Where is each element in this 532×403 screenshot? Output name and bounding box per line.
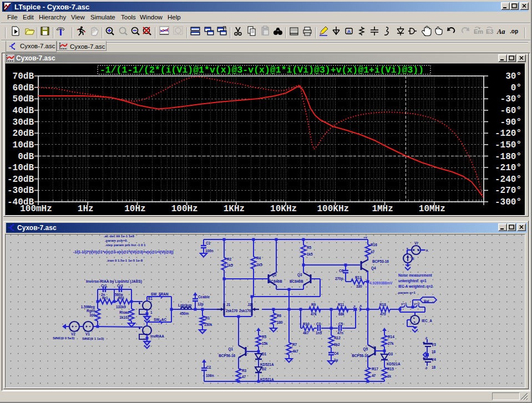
svg-text:18: 18 (432, 365, 436, 369)
svg-text:Ccable: Ccable (198, 295, 210, 299)
svg-text:Rr3: Rr3 (118, 296, 124, 300)
svg-text:Q5: Q5 (363, 347, 368, 351)
svg-text:4k7: 4k7 (292, 349, 298, 353)
svg-text:Aa: Aa (496, 28, 505, 35)
svg-text:.ac dec 99 1e-1 1e8: .ac dec 99 1e-1 1e8 (104, 234, 134, 238)
svg-text:100mHz: 100mHz (20, 204, 52, 214)
svg-text:R6: R6 (277, 314, 282, 318)
svg-text:180: 180 (277, 320, 283, 324)
svg-text:40dB: 40dB (13, 106, 34, 116)
svg-text:Q4: Q4 (371, 266, 376, 271)
svg-text:Em: Em (474, 28, 483, 35)
svg-text:y=1: y=1 (401, 302, 407, 305)
svg-text:KD521A: KD521A (260, 378, 274, 381)
svg-text:-1/(1-1/(2*(i(Vi)@1*v(x)@3-v(x: -1/(1-1/(2*(i(Vi)@1*v(x)@3-v(x)@1*i(Vi)@… (100, 65, 424, 75)
svg-text:SINE(0 0 5e3): SINE(0 0 5e3) (53, 336, 74, 340)
svg-text:unweighted: q=1: unweighted: q=1 (398, 279, 427, 283)
svg-text:J2: J2 (247, 303, 252, 307)
svg-text:R2: R2 (227, 257, 232, 261)
svg-text:100n: 100n (206, 374, 214, 378)
svg-text:1k: 1k (387, 374, 392, 378)
svg-text:1k5: 1k5 (256, 263, 262, 267)
svg-text:InvRIAA: InvRIAA (150, 334, 164, 338)
svg-text:-1/(1-1/(2*(i(Vi)@1*v(x)@3-v(x: -1/(1-1/(2*(i(Vi)@1*v(x)@3-v(x)@1*i(Vi)@… (73, 250, 174, 254)
svg-text:47: 47 (372, 374, 376, 378)
svg-text:20dB: 20dB (13, 129, 34, 139)
svg-text:.step param prb list -1 0 1: .step param prb list -1 0 1 (105, 243, 146, 247)
svg-text:D2: D2 (262, 367, 267, 371)
svg-text:1: 1 (150, 310, 153, 314)
svg-text:-180°: -180° (495, 152, 521, 162)
svg-text:450m: 450m (180, 312, 189, 315)
svg-text:Cr1: Cr1 (101, 284, 107, 288)
svg-text:8k2: 8k2 (334, 343, 340, 346)
svg-text:R13: R13 (355, 276, 362, 279)
svg-text:1MHz: 1MHz (372, 204, 393, 214)
svg-text:A: A (347, 29, 351, 34)
svg-text:-90°: -90° (500, 118, 521, 127)
svg-text:-60°: -60° (500, 106, 521, 116)
svg-text:330: 330 (356, 284, 362, 288)
svg-text:IEC_A: IEC_A (422, 319, 432, 323)
svg-text:-240°: -240° (495, 175, 521, 185)
svg-text:Inverse-RIAA by Lipshitz (JAES: Inverse-RIAA by Lipshitz (JAES) (86, 279, 142, 284)
svg-text:Rgen: Rgen (87, 309, 95, 313)
svg-text:50dB: 50dB (13, 94, 34, 104)
svg-text:R3: R3 (242, 369, 247, 373)
svg-text:133k9: 133k9 (116, 305, 126, 309)
svg-text:.tran 0 1.5e-1 1e-5 1e-8: .tran 0 1.5e-1 1e-5 1e-8 (107, 258, 143, 262)
svg-text:C6: C6 (339, 269, 344, 273)
svg-text:R4: R4 (256, 256, 261, 260)
svg-text:70dB: 70dB (13, 72, 34, 81)
svg-text:D3: D3 (388, 352, 393, 356)
svg-text:R5: R5 (307, 246, 312, 249)
svg-text:C5: C5 (338, 322, 343, 326)
svg-text:10MHz: 10MHz (419, 204, 445, 214)
svg-text:1n5: 1n5 (316, 331, 322, 335)
svg-text:-10dB: -10dB (7, 163, 34, 173)
svg-text:30dB: 30dB (13, 118, 34, 127)
svg-text:R18: R18 (379, 303, 386, 307)
svg-text:R16: R16 (371, 243, 377, 247)
svg-text:10dB: 10dB (13, 140, 34, 150)
svg-text:-30dB: -30dB (7, 186, 34, 196)
svg-text:BCP56-16: BCP56-16 (219, 354, 235, 358)
svg-text:R1: R1 (205, 316, 210, 320)
svg-text:SINE(0 1 1e3): SINE(0 1 1e3) (82, 336, 104, 340)
svg-text:D1: D1 (262, 352, 267, 356)
svg-text:V1: V1 (85, 332, 90, 336)
svg-text:E3: E3 (486, 28, 493, 35)
svg-text:-120°: -120° (495, 129, 521, 139)
svg-text:R14: R14 (388, 335, 394, 339)
svg-text:Lpickup: Lpickup (178, 303, 192, 308)
svg-text:-270°: -270° (495, 186, 521, 196)
svg-text:BC846B: BC846B (268, 279, 282, 283)
svg-text:30°: 30° (505, 72, 521, 81)
svg-text:1k102: 1k102 (119, 315, 129, 319)
svg-text:BCP58-16: BCP58-16 (352, 354, 368, 358)
svg-text:BCP53-16: BCP53-16 (372, 259, 389, 263)
svg-text:V2: V2 (71, 332, 75, 336)
svg-text:Vi: Vi (414, 241, 418, 245)
svg-text:47: 47 (242, 375, 246, 379)
svg-text:100n: 100n (205, 249, 214, 253)
svg-text:-210°: -210° (495, 163, 521, 173)
svg-text:100Hz: 100Hz (171, 204, 198, 214)
svg-text:100KHz: 100KHz (317, 204, 349, 214)
svg-text:R7: R7 (292, 343, 297, 346)
svg-text:Ii: Ii (412, 257, 414, 261)
svg-text:10KHz: 10KHz (270, 204, 297, 214)
svg-text:12p: 12p (197, 302, 204, 307)
svg-text:2sk170: 2sk170 (226, 309, 238, 313)
svg-text:R10: R10 (303, 322, 310, 326)
svg-text:Q1: Q1 (228, 347, 233, 351)
svg-text:IEC-A weighted: q=2: IEC-A weighted: q=2 (398, 284, 433, 289)
svg-text:Rr1: Rr1 (102, 296, 108, 300)
svg-text:15k: 15k (262, 341, 268, 345)
svg-text:J1: J1 (226, 303, 231, 307)
svg-text:+v: +v (363, 235, 368, 239)
svg-text:R17: R17 (372, 367, 378, 371)
svg-text:y=2: y=2 (414, 302, 420, 305)
svg-text:300: 300 (89, 313, 95, 317)
svg-text:Bal: Bal (424, 299, 429, 303)
